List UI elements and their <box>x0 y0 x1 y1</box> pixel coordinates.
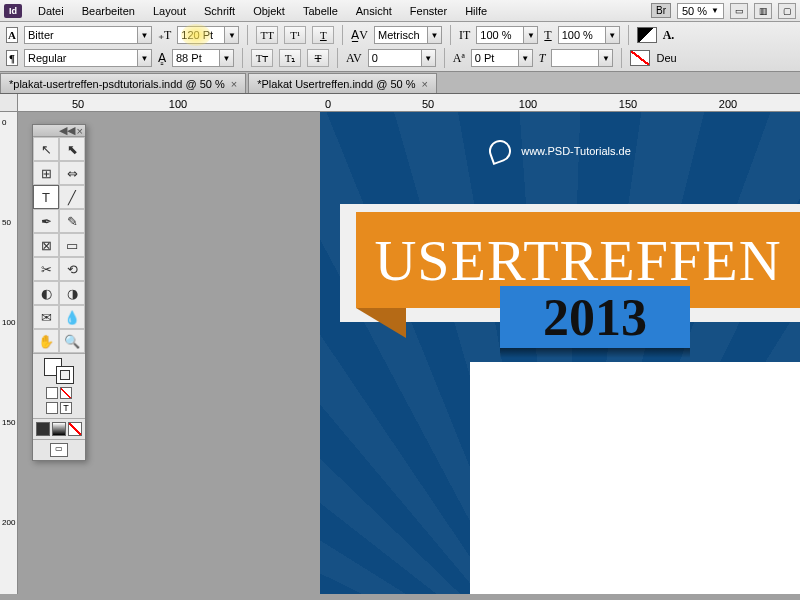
font-size-input[interactable] <box>178 29 224 41</box>
character-panel-icon[interactable]: A <box>6 27 18 43</box>
gradient-swatch-tool[interactable]: ◐ <box>33 281 59 305</box>
stroke-box[interactable] <box>56 366 74 384</box>
hand-tool[interactable]: ✋ <box>33 329 59 353</box>
fill-stroke-control[interactable] <box>44 358 74 384</box>
format-text-icon[interactable] <box>60 387 72 399</box>
rectangle-tool[interactable]: ▭ <box>59 233 85 257</box>
font-size-dropdown[interactable]: ▼ <box>177 26 239 44</box>
selection-tool[interactable]: ↖ <box>33 137 59 161</box>
stroke-swatch[interactable] <box>630 50 650 66</box>
chevron-down-icon[interactable]: ▼ <box>224 27 238 43</box>
poster-year[interactable]: 2013 <box>543 288 647 347</box>
bridge-button[interactable]: Br <box>651 3 671 18</box>
collapse-icon[interactable]: ◀◀ <box>59 124 75 137</box>
skew-input[interactable] <box>552 52 598 64</box>
apply-none-button[interactable] <box>68 422 82 436</box>
fill-swatch[interactable] <box>637 27 657 43</box>
page-tool[interactable]: ⊞ <box>33 161 59 185</box>
apply-gradient-button[interactable] <box>52 422 66 436</box>
note-tool[interactable]: ✉ <box>33 305 59 329</box>
view-mode-button-2[interactable]: ▥ <box>754 3 772 19</box>
subscript-button[interactable]: T₁ <box>279 49 301 67</box>
chevron-down-icon: ▼ <box>711 6 719 15</box>
font-style-input[interactable] <box>25 52 137 64</box>
panel-header[interactable]: ◀◀× <box>33 125 85 137</box>
chevron-down-icon[interactable]: ▼ <box>518 50 532 66</box>
chevron-down-icon[interactable]: ▼ <box>427 27 441 43</box>
char-style-icon: A. <box>663 28 675 43</box>
menu-tabelle[interactable]: Tabelle <box>295 2 346 20</box>
allcaps-button[interactable]: TT <box>256 26 278 44</box>
menu-fenster[interactable]: Fenster <box>402 2 455 20</box>
paragraph-panel-icon[interactable]: ¶ <box>6 50 18 66</box>
kerning-input[interactable] <box>375 29 427 41</box>
baseline-input[interactable] <box>472 52 518 64</box>
kerning-dropdown[interactable]: ▼ <box>374 26 442 44</box>
ruler-origin[interactable] <box>0 94 18 112</box>
format-container-icon[interactable] <box>46 387 58 399</box>
tab-document-1[interactable]: *plakat-usertreffen-psdtutorials.indd @ … <box>0 73 246 93</box>
poster-year-box[interactable]: 2013 <box>500 286 690 348</box>
tracking-dropdown[interactable]: ▼ <box>368 49 436 67</box>
chevron-down-icon[interactable]: ▼ <box>219 50 233 66</box>
superscript-button[interactable]: T¹ <box>284 26 306 44</box>
vscale-dropdown[interactable]: ▼ <box>476 26 538 44</box>
apply-black-button[interactable] <box>36 422 50 436</box>
hscale-dropdown[interactable]: ▼ <box>558 26 620 44</box>
gradient-feather-tool[interactable]: ◑ <box>59 281 85 305</box>
chevron-down-icon[interactable]: ▼ <box>421 50 435 66</box>
type-tool[interactable]: T <box>33 185 59 209</box>
ruler-vertical[interactable]: 0 50 100 150 200 <box>0 112 18 594</box>
tab-document-2[interactable]: *Plakat Usertreffen.indd @ 50 % × <box>248 73 437 93</box>
chevron-down-icon[interactable]: ▼ <box>523 27 537 43</box>
close-icon[interactable]: × <box>77 125 83 137</box>
vscale-input[interactable] <box>477 29 523 41</box>
chevron-down-icon[interactable]: ▼ <box>598 50 612 66</box>
chevron-down-icon[interactable]: ▼ <box>137 27 151 43</box>
apply-color-icon[interactable] <box>46 402 58 414</box>
transform-tool[interactable]: ⟲ <box>59 257 85 281</box>
menu-ansicht[interactable]: Ansicht <box>348 2 400 20</box>
leading-dropdown[interactable]: ▼ <box>172 49 234 67</box>
zoom-tool[interactable]: 🔍 <box>59 329 85 353</box>
apply-text-icon[interactable]: T <box>60 402 72 414</box>
close-icon[interactable]: × <box>231 78 237 90</box>
font-family-input[interactable] <box>25 29 137 41</box>
underline-button[interactable]: T <box>312 26 334 44</box>
pen-tool[interactable]: ✒ <box>33 209 59 233</box>
screen-mode-button[interactable]: ▢ <box>778 3 796 19</box>
chevron-down-icon[interactable]: ▼ <box>605 27 619 43</box>
menu-bar: Id Datei Bearbeiten Layout Schrift Objek… <box>0 0 800 22</box>
ruler-horizontal[interactable]: 50 100 0 50 100 150 200 <box>18 94 800 112</box>
line-tool[interactable]: ╱ <box>59 185 85 209</box>
leading-input[interactable] <box>173 52 219 64</box>
font-family-dropdown[interactable]: ▼ <box>24 26 152 44</box>
eyedropper-tool[interactable]: 💧 <box>59 305 85 329</box>
tools-panel[interactable]: ◀◀× ↖ ⬉ ⊞ ⇔ T ╱ ✒ ✎ ⊠ ▭ ✂ ⟲ ◐ ◑ ✉ 💧 ✋ 🔍 <box>32 124 86 461</box>
direct-selection-tool[interactable]: ⬉ <box>59 137 85 161</box>
smallcaps-button[interactable]: Tᴛ <box>251 49 273 67</box>
menu-objekt[interactable]: Objekt <box>245 2 293 20</box>
gap-tool[interactable]: ⇔ <box>59 161 85 185</box>
zoom-dropdown[interactable]: 50 % ▼ <box>677 3 724 19</box>
view-mode-button-1[interactable]: ▭ <box>730 3 748 19</box>
menu-layout[interactable]: Layout <box>145 2 194 20</box>
chevron-down-icon[interactable]: ▼ <box>137 50 151 66</box>
scissors-tool[interactable]: ✂ <box>33 257 59 281</box>
menu-bearbeiten[interactable]: Bearbeiten <box>74 2 143 20</box>
rectangle-frame-tool[interactable]: ⊠ <box>33 233 59 257</box>
hscale-input[interactable] <box>559 29 605 41</box>
pencil-tool[interactable]: ✎ <box>59 209 85 233</box>
menu-hilfe[interactable]: Hilfe <box>457 2 495 20</box>
menu-datei[interactable]: Datei <box>30 2 72 20</box>
skew-dropdown[interactable]: ▼ <box>551 49 613 67</box>
tracking-input[interactable] <box>369 52 421 64</box>
close-icon[interactable]: × <box>422 78 428 90</box>
font-style-dropdown[interactable]: ▼ <box>24 49 152 67</box>
document-tabs: *plakat-usertreffen-psdtutorials.indd @ … <box>0 72 800 94</box>
view-mode-normal[interactable]: ▭ <box>50 443 68 457</box>
baseline-dropdown[interactable]: ▼ <box>471 49 533 67</box>
document-canvas[interactable]: www.PSD-Tutorials.de USERTREFFEN 2013 <box>320 112 800 594</box>
strike-button[interactable]: T <box>307 49 329 67</box>
menu-schrift[interactable]: Schrift <box>196 2 243 20</box>
